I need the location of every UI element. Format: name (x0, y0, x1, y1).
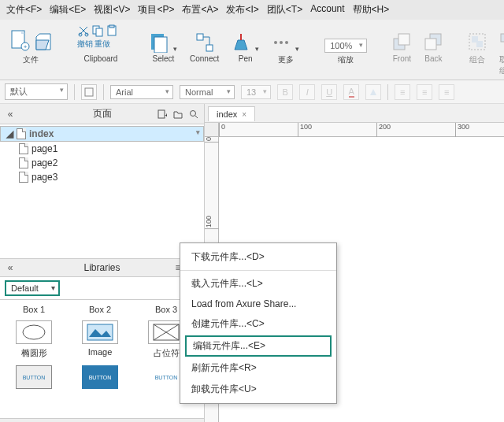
widget-button1[interactable]: BUTTON (3, 365, 65, 389)
menu-view[interactable]: 视图<V> (94, 3, 130, 17)
canvas-tab-index[interactable]: index× (208, 106, 255, 121)
page-icon (17, 128, 26, 139)
menu-arrange[interactable]: 布置<A> (182, 3, 218, 17)
left-panel: « 页面 + ◢ index page1 page2 page3 « Libra… (0, 104, 205, 422)
menu-help[interactable]: 帮助<H> (353, 3, 390, 17)
fill-color-button[interactable] (365, 84, 381, 100)
paste-icon[interactable] (106, 24, 118, 37)
menu-team[interactable]: 团队<T> (267, 3, 302, 17)
library-context-menu: 下载元件库...<D> 载入元件库...<L> Load from Axure … (180, 242, 337, 404)
ungroup-group[interactable]: 取消组合 (496, 24, 504, 76)
svg-rect-11 (197, 34, 203, 40)
undo-text-icon[interactable]: 撤销 (77, 39, 93, 50)
more-group[interactable]: ▾ 更多 (269, 24, 302, 65)
library-grid: Box 1 Box 2 Box 3 椭圆形 Image 占位符 BUTTON B… (0, 300, 204, 418)
front-icon (392, 32, 411, 53)
svg-text:+: + (165, 112, 167, 119)
search-pages-icon[interactable] (188, 109, 199, 120)
open-file-icon[interactable] (35, 29, 52, 53)
page-icon (19, 157, 28, 168)
new-file-icon[interactable]: + (9, 29, 30, 53)
widget-box2[interactable]: Box 2 (69, 305, 131, 314)
pen-icon[interactable] (232, 32, 250, 53)
font-size-select[interactable]: 13 (241, 85, 271, 99)
svg-point-30 (23, 325, 45, 339)
zoom-group: 100% 缩放 (321, 24, 370, 65)
bold-button[interactable]: B (277, 84, 293, 100)
svg-rect-17 (398, 34, 410, 45)
close-tab-icon[interactable]: × (242, 110, 246, 119)
svg-rect-26 (158, 110, 165, 118)
style-preset-select[interactable]: 默认 (5, 83, 68, 100)
group-group[interactable]: 组合 (465, 24, 490, 65)
expand-icon[interactable]: ◢ (6, 128, 13, 139)
panel-collapse-icon[interactable]: « (5, 109, 16, 120)
back-icon (424, 32, 443, 53)
svg-rect-12 (206, 45, 213, 51)
pen-group[interactable]: ▾ Pen (228, 24, 262, 63)
font-select[interactable]: Arial (110, 85, 173, 99)
page-root[interactable]: ◢ index (0, 126, 204, 142)
select-icon[interactable] (150, 32, 169, 53)
zoom-select[interactable]: 100% (324, 39, 367, 53)
clipboard-label: Clipboard (84, 54, 118, 63)
widget-style-icon[interactable] (81, 84, 97, 100)
back-group[interactable]: Back (421, 24, 446, 63)
italic-button[interactable]: I (299, 84, 315, 100)
svg-rect-25 (85, 88, 93, 96)
panel-collapse-icon[interactable]: « (5, 262, 16, 273)
align-center-button[interactable]: ≡ (417, 84, 432, 100)
copy-icon[interactable] (91, 24, 104, 37)
file-label: 文件 (23, 54, 39, 65)
menu-edit[interactable]: 编辑<E> (50, 3, 86, 17)
ctx-load-from-share[interactable]: Load from Axure Share... (180, 294, 336, 313)
menu-project[interactable]: 项目<P> (138, 3, 174, 17)
text-color-button[interactable]: A (343, 84, 359, 100)
front-group[interactable]: Front (389, 24, 414, 63)
svg-rect-23 (501, 34, 504, 42)
widget-box1[interactable]: Box 1 (3, 305, 65, 314)
align-left-button[interactable]: ≡ (395, 84, 410, 100)
connect-icon[interactable] (195, 32, 214, 53)
ctx-create-library[interactable]: 创建元件库...<C> (180, 313, 336, 335)
cut-icon[interactable] (77, 24, 90, 37)
library-selector: Default (0, 277, 204, 300)
svg-point-14 (280, 41, 283, 44)
more-icon[interactable] (272, 32, 291, 53)
page-item-3[interactable]: page3 (0, 170, 204, 184)
menu-bar: 文件<F> 编辑<E> 视图<V> 项目<P> 布置<A> 发布<I> 团队<T… (0, 0, 504, 20)
menu-publish[interactable]: 发布<I> (226, 3, 258, 17)
menu-account[interactable]: Account (310, 3, 344, 17)
widget-image[interactable]: Image (69, 320, 131, 359)
ctx-download-library[interactable]: 下载元件库...<D> (180, 246, 336, 268)
page-item-1[interactable]: page1 (0, 142, 204, 156)
ctx-refresh-library[interactable]: 刷新元件库<R> (180, 357, 336, 379)
add-page-icon[interactable]: + (157, 109, 168, 120)
page-item-2[interactable]: page2 (0, 156, 204, 170)
align-right-button[interactable]: ≡ (439, 84, 454, 100)
add-folder-icon[interactable] (172, 109, 183, 120)
libraries-panel: « Libraries ≡ Default Box 1 Box 2 Box 3 … (0, 258, 204, 418)
svg-rect-19 (425, 39, 436, 50)
redo-text-icon[interactable]: 重做 (94, 39, 110, 50)
library-dropdown[interactable]: Default (5, 280, 60, 296)
svg-text:+: + (24, 43, 28, 50)
masters-panel-header: « 母版 + ▭ (0, 418, 204, 422)
font-weight-select[interactable]: Normal (180, 85, 235, 99)
widget-ellipse[interactable]: 椭圆形 (3, 320, 65, 359)
svg-rect-22 (476, 41, 483, 47)
ruler-horizontal: 0 100 200 300 (219, 123, 504, 137)
file-group: + 文件 (6, 24, 55, 65)
menu-file[interactable]: 文件<F> (6, 3, 42, 17)
ctx-unload-library[interactable]: 卸载元件库<U> (180, 379, 336, 400)
svg-rect-10 (154, 37, 167, 53)
ctx-import-library[interactable]: 载入元件库...<L> (180, 273, 336, 294)
widget-button2[interactable]: BUTTON (69, 365, 131, 389)
libraries-panel-header: « Libraries ≡ (0, 259, 204, 277)
underline-button[interactable]: U (321, 84, 337, 100)
canvas-tabstrip: index× (205, 104, 504, 123)
select-group[interactable]: ▾ Select (146, 24, 180, 63)
ctx-edit-library[interactable]: 编辑元件库...<E> (185, 335, 332, 357)
connect-group[interactable]: Connect (187, 24, 222, 63)
svg-rect-31 (87, 324, 113, 340)
